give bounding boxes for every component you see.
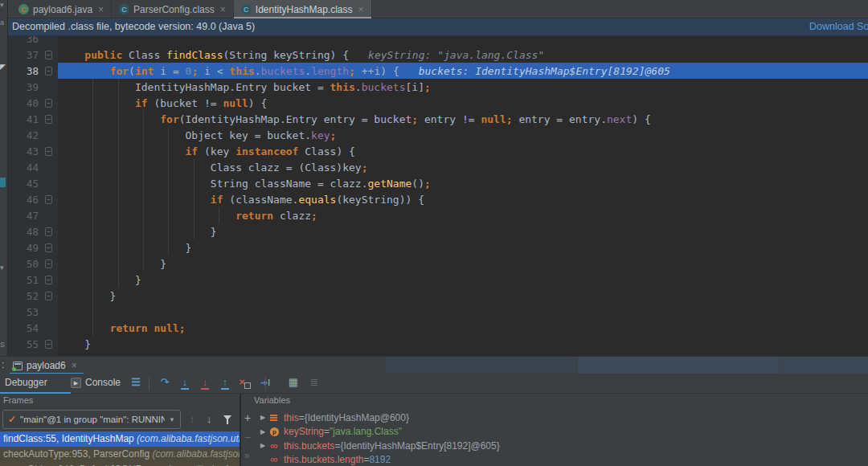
code-line-36[interactable]: 36 [8, 36, 868, 47]
thread-selector[interactable]: ✓ "main"@1 in group "main": RUNNING ▼ [2, 410, 181, 429]
fold-end-icon[interactable] [45, 227, 52, 236]
code-line-55[interactable]: 55 } [8, 336, 868, 352]
evaluate-expression-icon[interactable]: ▦ [286, 376, 301, 390]
close-icon[interactable]: × [72, 360, 77, 371]
stack-frame-row[interactable]: parseObject:246, DefaultJSONParser (com.… [0, 462, 240, 466]
variable-value: {IdentityHashMap$Entry[8192]@605} [340, 440, 499, 452]
force-step-into-icon[interactable]: ↓ [198, 376, 212, 390]
parameter-icon-glyph: p [270, 427, 279, 436]
code-line-53[interactable]: 53 [8, 304, 868, 320]
code-line-40[interactable]: 40 if (bucket != null) { [8, 95, 868, 111]
stack-frame-row[interactable]: checkAutoType:953, ParserConfig (com.ali… [0, 447, 240, 462]
redacted-tab [386, 357, 577, 374]
expand-arrow-icon[interactable]: ▶ [260, 414, 270, 421]
threads-menu-icon[interactable]: ☰ [129, 376, 143, 390]
inline-debugger-hint: buckets: IdentityHashMap$Entry[8192]@605 [419, 65, 670, 77]
token: if [186, 145, 199, 157]
code-line-50[interactable]: 50 } [8, 255, 868, 272]
variable-row[interactable]: ▶this = {IdentityHashMap@600} [260, 411, 868, 425]
code-line-44[interactable]: 44 Class clazz = (Class)key; [8, 159, 868, 175]
expand-arrow-icon[interactable]: ▶ [260, 428, 270, 435]
expand-arrow-icon[interactable]: ▶ [260, 442, 270, 449]
step-over-icon[interactable]: ↷ [158, 376, 172, 390]
stripe-fragment: a [0, 19, 4, 27]
fold-start-icon[interactable] [45, 115, 52, 124]
code-line-49[interactable]: 49 } [8, 239, 868, 255]
fold-cell [39, 195, 58, 204]
fold-start-icon[interactable] [45, 51, 52, 59]
close-icon[interactable]: × [98, 4, 104, 15]
code-line-47[interactable]: 47 return clazz; [8, 207, 868, 223]
tab-console[interactable]: Console [85, 377, 121, 388]
download-sources-link[interactable]: Download Sources [809, 18, 868, 35]
editor-tab-identityhashmap-class[interactable]: CIdentityHashMap.class× [234, 0, 372, 18]
code-editor[interactable]: 3637 public Class findClass(String keySt… [8, 36, 868, 356]
step-out-icon[interactable]: ↑ [218, 376, 232, 390]
token: (bucket != [148, 97, 223, 109]
fold-start-icon[interactable] [45, 99, 52, 108]
code-line-41[interactable]: 41 for(IdentityHashMap.Entry entry = buc… [8, 111, 868, 127]
code-line-43[interactable]: 43 if (key instanceof Class) { [8, 143, 868, 159]
editor-tab-label: IdentityHashMap.class [256, 4, 353, 15]
fold-cell [39, 340, 58, 349]
fold-end-icon[interactable] [45, 260, 52, 268]
fold-end-icon[interactable] [45, 292, 52, 300]
previous-frame-icon[interactable]: ↑ [190, 413, 195, 425]
fold-start-icon[interactable] [45, 195, 52, 204]
code-line-51[interactable]: 51 } [8, 272, 868, 288]
fold-end-icon[interactable] [45, 340, 52, 349]
token: int [135, 65, 154, 77]
line-number: 43 [8, 145, 39, 157]
code-line-48[interactable]: 48 } [8, 223, 868, 239]
fold-start-icon[interactable] [45, 147, 52, 156]
add-watch-icon[interactable]: + [244, 411, 251, 424]
remove-watch-icon[interactable]: − [244, 431, 251, 444]
code-line-52[interactable]: 52 } [8, 288, 868, 304]
token: i = [154, 65, 185, 77]
hide-library-frames-icon[interactable] [223, 415, 231, 420]
equals-sign: = [324, 426, 330, 437]
chevron-down-icon: ▼ [169, 416, 175, 423]
code-line-54[interactable]: 54 return null; [8, 320, 868, 336]
more-icon[interactable]: » [244, 450, 250, 461]
fold-end-icon[interactable] [45, 276, 52, 284]
stack-frame-row[interactable]: findClass:55, IdentityHashMap (com.aliba… [0, 431, 240, 447]
parameter-icon: p [270, 427, 284, 436]
code-line-38[interactable]: 38 for(int i = 0; i < this.buckets.lengt… [8, 63, 868, 79]
code-line-37[interactable]: 37 public Class findClass(String keyStri… [8, 47, 868, 63]
token: } [59, 274, 141, 286]
layout-settings-icon[interactable]: ≣ [307, 376, 321, 390]
variable-row[interactable]: ▶pkeyString = "java.lang.Class" [260, 425, 868, 439]
token: ; [506, 113, 513, 125]
next-frame-icon[interactable]: ↓ [207, 413, 212, 425]
debugger-toolbar: Debugger ▶ Console ☰↷↓↓↑✕➔I▦≣ [0, 374, 868, 394]
close-icon[interactable]: × [358, 4, 364, 15]
code-line-39[interactable]: 39 IdentityHashMap.Entry bucket = this.b… [8, 79, 868, 95]
token: buckets [261, 65, 305, 77]
code-line-42[interactable]: 42 Object key = bucket.key; [8, 127, 868, 143]
stripe-fragment: ▾ [0, 2, 4, 9]
editor-tab-payload6-java[interactable]: Cpayload6.java× [11, 0, 112, 18]
code-text: } [58, 338, 91, 350]
code-line-46[interactable]: 46 if (className.equals(keyString)) { [8, 191, 868, 207]
variable-row[interactable]: ▶∞this.buckets = {IdentityHashMap$Entry[… [260, 439, 868, 453]
step-into-icon[interactable]: ↓ [178, 376, 192, 390]
frame-location: findClass:55, IdentityHashMap [3, 433, 137, 444]
frame-package: (com.alibaba.fastjson.pars [152, 448, 240, 460]
code-line-45[interactable]: 45 String className = clazz.getName(); [8, 175, 868, 191]
class-icon: C [241, 4, 252, 14]
tab-debugger[interactable]: Debugger [5, 377, 47, 388]
debug-session-tab[interactable]: payload6 × [10, 357, 80, 374]
drop-frame-icon[interactable]: ✕ [238, 376, 252, 390]
console-icon: ▶ [71, 378, 81, 388]
fold-end-icon[interactable] [45, 243, 52, 252]
line-number: 55 [8, 338, 39, 350]
fold-start-icon[interactable] [45, 67, 52, 76]
editor-tab-label: payload6.java [33, 4, 92, 15]
close-icon[interactable]: × [220, 4, 226, 15]
line-number: 46 [8, 194, 39, 206]
editor-tab-label: ParserConfig.class [133, 4, 215, 15]
variable-row[interactable]: ∞this.buckets.length = 8192 [260, 453, 868, 466]
editor-tab-parserconfig-class[interactable]: CParserConfig.class× [112, 0, 234, 18]
token: if [211, 194, 223, 206]
